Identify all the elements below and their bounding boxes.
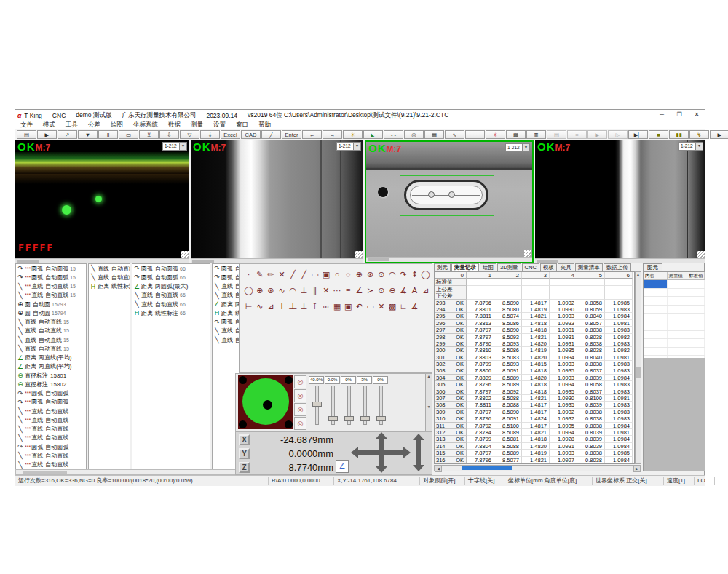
measurement-row[interactable]: 307OK7.88028.50881.48211.09300.81001.098… bbox=[435, 395, 634, 402]
camera1-scrollbar[interactable] bbox=[15, 258, 189, 263]
rect-tool-icon[interactable]: ▭ bbox=[119, 130, 138, 139]
column-header[interactable]: 6 bbox=[605, 272, 633, 279]
element-row[interactable] bbox=[644, 289, 705, 298]
measurement-row[interactable]: 293OK7.87968.50901.48171.09320.80581.098… bbox=[435, 300, 634, 306]
geometry-tool-icon[interactable]: ⊕ bbox=[254, 285, 265, 296]
geometry-tool-icon[interactable]: · bbox=[243, 269, 254, 280]
column-header[interactable]: 0 bbox=[435, 272, 467, 279]
probe-icon[interactable]: ▼ bbox=[78, 130, 98, 139]
ring-light-display[interactable] bbox=[238, 375, 293, 429]
probe-down-icon[interactable]: ⊻ bbox=[139, 130, 159, 139]
ring-seg-3-button[interactable]: ◎ bbox=[294, 403, 306, 416]
result-tab-1[interactable]: 测量记录 bbox=[451, 263, 479, 271]
feature-row[interactable]: H距离线性标注34 bbox=[89, 282, 130, 291]
measurement-row[interactable]: 294OK7.88018.50801.48191.09300.80591.098… bbox=[435, 306, 634, 313]
feature-row[interactable]: ╲直线自动直线55 bbox=[213, 335, 239, 344]
measurement-row[interactable]: 303OK7.88068.50911.48181.09350.80371.098… bbox=[435, 367, 634, 374]
run-once-icon[interactable]: ▷ bbox=[608, 130, 628, 139]
element-row[interactable] bbox=[644, 322, 705, 331]
geometry-tool-icon[interactable]: ⊥ bbox=[298, 285, 309, 296]
geometry-tool-icon[interactable]: ⇞ bbox=[409, 269, 420, 280]
light-slider-5[interactable]: 0% bbox=[373, 376, 388, 428]
feature-row[interactable]: ╲***直线自动直线 bbox=[16, 451, 86, 460]
camera-view-2[interactable]: OKM:7 1-212▼ bbox=[191, 140, 363, 263]
result-tab-3[interactable]: 3D测量 bbox=[497, 263, 521, 271]
geometry-tool-icon[interactable]: ⊕ bbox=[354, 269, 365, 280]
camera1-zoom-select[interactable]: 1-212▼ bbox=[162, 142, 187, 151]
geometry-tool-icon[interactable]: ▣ bbox=[320, 269, 331, 280]
column-header[interactable]: 4 bbox=[550, 272, 577, 279]
feature-row[interactable]: ╲***直线自动直线 bbox=[16, 461, 86, 469]
result-tab-6[interactable]: 夹具 bbox=[558, 263, 574, 271]
camera4-scrollbar[interactable] bbox=[535, 258, 705, 263]
chevron-down-icon[interactable]: ▼ bbox=[179, 143, 186, 150]
cad-export-button[interactable]: CAD bbox=[241, 130, 261, 139]
menu-item-8[interactable]: 设置 bbox=[208, 121, 231, 129]
camera4-zoom-select[interactable]: 1-212▼ bbox=[678, 142, 703, 151]
feature-row[interactable]: ∠距离两圆弧(最大) bbox=[213, 300, 239, 308]
magnifier-icon[interactable]: ◎ bbox=[404, 130, 424, 139]
camera3-zoom-select[interactable]: 1-212▼ bbox=[505, 143, 530, 152]
ibeam-down-icon[interactable]: ⇩ bbox=[159, 130, 179, 139]
geometry-tool-icon[interactable]: ○ bbox=[332, 269, 343, 280]
menu-item-10[interactable]: 帮助 bbox=[253, 121, 276, 129]
slider-thumb[interactable] bbox=[344, 416, 354, 421]
chart-icon[interactable]: ≣ bbox=[526, 130, 546, 139]
geometry-tool-icon[interactable]: A bbox=[409, 285, 420, 296]
light-slider-2[interactable]: 0.0% bbox=[325, 376, 340, 428]
feature-row[interactable]: ╲直线自动直线15 bbox=[16, 335, 86, 344]
open-record-icon[interactable]: ▶ bbox=[587, 130, 607, 139]
menu-item-2[interactable]: 工具 bbox=[60, 121, 83, 129]
geometry-tool-icon[interactable]: ✕ bbox=[277, 269, 288, 280]
element-row[interactable] bbox=[644, 348, 705, 356]
measurement-row[interactable]: 312OK7.87848.50891.48211.09340.80391.098… bbox=[435, 429, 634, 436]
ring-seg-1-button[interactable]: ◎ bbox=[294, 375, 306, 388]
feature-row[interactable]: ↷圆弧自动圆弧66 bbox=[132, 264, 210, 273]
geometry-tool-icon[interactable]: ⊢ bbox=[243, 301, 254, 312]
geometry-tool-icon[interactable]: ∡ bbox=[409, 301, 420, 312]
measurement-row[interactable]: 299OK7.87908.50931.48201.09310.80381.098… bbox=[435, 340, 634, 347]
blank-button[interactable] bbox=[465, 130, 485, 139]
stop-icon[interactable]: ■ bbox=[649, 130, 668, 139]
feature-row[interactable]: ╲直线自动直线66 bbox=[132, 291, 210, 300]
geometry-tool-icon[interactable]: ╱ bbox=[288, 269, 298, 280]
feature-row[interactable]: ╲直线自动直线34 bbox=[89, 273, 130, 282]
table-horizontal-scrollbar[interactable]: ◀▶ bbox=[434, 465, 641, 471]
camera2-zoom-select[interactable]: 1-212▼ bbox=[336, 142, 361, 151]
geometry-tool-icon[interactable]: ∟ bbox=[398, 301, 409, 312]
column-header[interactable]: 1 bbox=[467, 272, 494, 279]
geometry-tool-icon[interactable]: ⊺ bbox=[309, 301, 320, 312]
run-auto-icon[interactable]: ↯ bbox=[689, 130, 709, 139]
feature-row[interactable]: ↷***圆弧自动圆弧15 bbox=[16, 264, 86, 273]
qrcode-icon[interactable]: ▩ bbox=[506, 130, 526, 139]
table-vertical-scrollbar[interactable]: ▲ bbox=[635, 271, 641, 464]
element-row[interactable] bbox=[644, 280, 705, 289]
element-row[interactable] bbox=[644, 306, 705, 314]
feature-row[interactable]: ╲直线自动直线66 bbox=[132, 300, 210, 308]
geometry-tool-icon[interactable]: ⊿ bbox=[265, 301, 276, 312]
geometry-tool-icon[interactable]: ⊙ bbox=[376, 285, 387, 296]
element-row[interactable] bbox=[644, 314, 705, 322]
geometry-tool-icon[interactable]: ⊥ bbox=[298, 301, 309, 312]
ruler-icon[interactable]: ╱ bbox=[261, 130, 281, 139]
geometry-tool-icon[interactable]: ∡ bbox=[398, 285, 409, 296]
ring-seg-4-button[interactable]: ◎ bbox=[294, 417, 306, 430]
play-icon[interactable]: ▶ bbox=[710, 130, 728, 139]
measurement-row[interactable]: 301OK7.88038.50831.48201.09340.80401.098… bbox=[435, 354, 634, 361]
chevron-down-icon[interactable]: ▼ bbox=[353, 143, 360, 150]
pointer-icon[interactable]: ↗ bbox=[58, 130, 77, 139]
measurement-row[interactable]: 314OK7.88048.50881.48201.09310.80391.098… bbox=[435, 443, 634, 450]
feature-row[interactable]: ╲直线自动直线34 bbox=[89, 264, 130, 273]
geometry-tool-icon[interactable]: ⋯ bbox=[332, 285, 343, 296]
camera-view-1[interactable]: OKM:7 1-212▼ FFFFF bbox=[15, 140, 189, 263]
result-tab-0[interactable]: 测元 bbox=[434, 263, 451, 271]
geometry-tool-icon[interactable]: ▩ bbox=[387, 301, 397, 312]
resize-grip-icon[interactable] bbox=[355, 251, 363, 258]
geometry-tool-icon[interactable]: Ⅰ bbox=[277, 301, 288, 312]
feature-row[interactable]: ╲直线自动直线15 bbox=[16, 318, 86, 327]
geometry-tool-icon[interactable]: ▭ bbox=[365, 301, 376, 312]
chevron-down-icon[interactable]: ▼ bbox=[522, 144, 529, 151]
geometry-tool-icon[interactable]: ◠ bbox=[387, 269, 397, 280]
geometry-tool-icon[interactable]: ✎ bbox=[254, 269, 265, 280]
element-col-header[interactable]: 测量值 bbox=[668, 272, 688, 279]
